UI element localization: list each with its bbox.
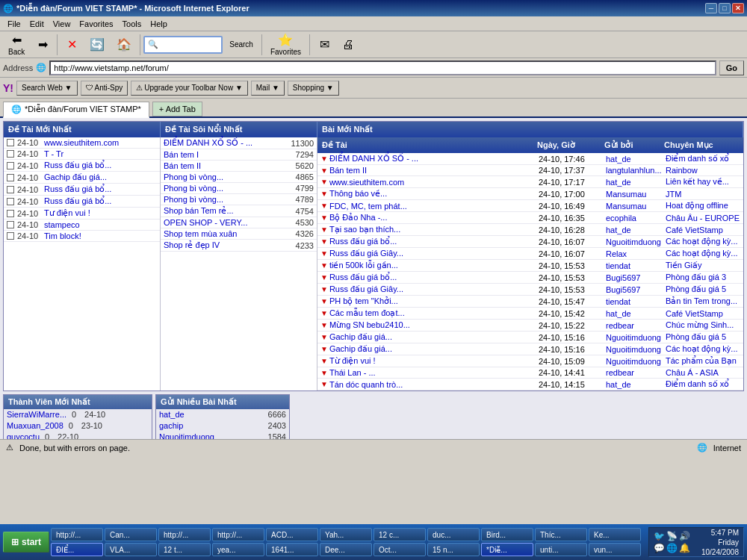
search-input[interactable] bbox=[158, 40, 218, 49]
systray-icon-6[interactable]: 🔔 bbox=[679, 543, 690, 553]
category-link[interactable]: Phòng đấu giá 5 bbox=[666, 332, 740, 342]
category-link[interactable]: Các hoạt động kỳ... bbox=[666, 237, 740, 246]
sender-link[interactable]: gachip bbox=[159, 421, 183, 430]
mail-button[interactable]: ✉ bbox=[313, 35, 335, 54]
row-link[interactable]: Gachip đấu giá... bbox=[44, 172, 107, 182]
user-link[interactable]: hat_de bbox=[606, 225, 666, 234]
row-link[interactable]: Russ đấu giá bổ... bbox=[44, 184, 111, 194]
member-link[interactable]: Muaxuan_2008 bbox=[7, 421, 63, 430]
user-link[interactable]: Mansumau bbox=[606, 190, 666, 199]
checkbox[interactable] bbox=[7, 150, 14, 158]
category-link[interactable]: Tác phẩm của Bạn bbox=[666, 356, 740, 366]
refresh-button[interactable]: 🔄 bbox=[84, 35, 110, 54]
topic-link[interactable]: Russ đấu giá bổ... bbox=[329, 273, 397, 282]
checkbox[interactable] bbox=[7, 162, 14, 169]
mail-btn[interactable]: Mail ▼ bbox=[251, 81, 285, 96]
user-link[interactable]: redbear bbox=[606, 368, 666, 377]
systray-icon-4[interactable]: 💬 bbox=[654, 543, 665, 553]
user-link[interactable]: Nguoitimduong bbox=[606, 345, 666, 354]
category-link[interactable]: Tiền Giấy bbox=[666, 261, 740, 270]
topic-link[interactable]: Thái Lan - ... bbox=[329, 368, 376, 377]
category-link[interactable]: Bản tin Tem trong... bbox=[666, 296, 740, 306]
category-link[interactable]: Các hoạt động kỳ... bbox=[666, 249, 740, 258]
topic-link[interactable]: Tại sao bạn thích... bbox=[329, 225, 400, 234]
row-link[interactable]: Shop tem mùa xuân bbox=[164, 229, 237, 238]
topic-link[interactable]: Russ đấu giá bổ... bbox=[329, 237, 397, 246]
topic-link[interactable]: Từ điện vui ! bbox=[329, 356, 376, 366]
taskbar-item[interactable]: 15 n... bbox=[427, 543, 480, 556]
taskbar-item[interactable]: Ke... bbox=[589, 528, 641, 541]
user-link[interactable]: hat_de bbox=[606, 178, 666, 187]
member-link[interactable]: SierraWiMarre... bbox=[7, 410, 66, 419]
active-tab[interactable]: 🌐 *Diễn đàn/Forum VIET STAMP* bbox=[3, 102, 149, 118]
checkbox[interactable] bbox=[7, 198, 14, 205]
checkbox[interactable] bbox=[7, 232, 14, 240]
category-link[interactable]: JTM bbox=[666, 190, 740, 199]
checkbox[interactable] bbox=[7, 221, 14, 228]
close-button[interactable]: ✕ bbox=[732, 3, 744, 13]
yahoo-search-btn[interactable]: Search Web ▼ bbox=[16, 81, 78, 96]
user-link[interactable]: tiendat bbox=[606, 297, 666, 306]
systray-icon-3[interactable]: 🔊 bbox=[679, 531, 690, 541]
back-button[interactable]: ⬅ Back bbox=[3, 31, 30, 58]
category-link[interactable]: Rainbow bbox=[666, 166, 740, 175]
systray-icon-2[interactable]: 📡 bbox=[666, 531, 678, 541]
taskbar-item[interactable]: Thíc... bbox=[535, 528, 587, 541]
row-link[interactable]: Russ đấu giá bổ... bbox=[44, 161, 111, 170]
taskbar-item[interactable]: Oct... bbox=[374, 543, 426, 556]
taskbar-item[interactable]: Yah... bbox=[320, 528, 372, 541]
topic-link[interactable]: Bán tem II bbox=[329, 166, 367, 175]
taskbar-item[interactable]: ACD... bbox=[266, 528, 318, 541]
start-button[interactable]: ⊞ start bbox=[3, 532, 49, 553]
row-link[interactable]: www.sieuthitem.com bbox=[44, 138, 119, 147]
topic-link[interactable]: Tán dóc quanh trò... bbox=[329, 380, 403, 389]
taskbar-item[interactable]: vun... bbox=[589, 543, 641, 556]
upgrade-btn[interactable]: ⚠ Upgrade your Toolbar Now ▼ bbox=[131, 81, 247, 96]
print-button[interactable]: 🖨 bbox=[337, 36, 359, 54]
row-link[interactable]: Phong bì vòng... bbox=[164, 195, 223, 204]
taskbar-item[interactable]: http://... bbox=[212, 528, 264, 541]
row-link[interactable]: Phong bì vòng... bbox=[164, 184, 223, 193]
checkbox[interactable] bbox=[7, 210, 14, 217]
user-link[interactable]: hat_de bbox=[606, 309, 666, 318]
topic-link[interactable]: tiền 500k lỗi gần... bbox=[329, 261, 398, 270]
category-link[interactable]: Phòng đấu giá 5 bbox=[666, 284, 740, 294]
row-link[interactable]: Russ đấu giá bổ... bbox=[44, 196, 111, 206]
topic-link[interactable]: www.sieuthitem.com bbox=[329, 178, 404, 187]
taskbar-item[interactable]: 12 c... bbox=[374, 528, 426, 541]
topic-link[interactable]: Gachip đấu giá... bbox=[329, 332, 392, 342]
topic-link[interactable]: FDC, MC, tem phát... bbox=[329, 202, 407, 211]
row-link[interactable]: Shop rẻ đẹp IV bbox=[164, 240, 220, 250]
category-link[interactable]: Café VietStamp bbox=[666, 309, 740, 318]
minimize-button[interactable]: ─ bbox=[705, 3, 717, 13]
menu-view[interactable]: View bbox=[49, 18, 75, 30]
topic-link[interactable]: PH bộ tem "Khởi... bbox=[329, 296, 398, 306]
category-link[interactable]: Phòng đấu giá 3 bbox=[666, 273, 740, 282]
topic-link[interactable]: Bộ Đảo Nha -... bbox=[329, 213, 388, 223]
favorites-button[interactable]: ⭐ Favorites bbox=[265, 31, 306, 58]
row-link[interactable]: OPEN SHOP - VERY... bbox=[164, 218, 248, 227]
search-button[interactable]: Search bbox=[224, 38, 258, 51]
user-link[interactable]: Mansumau bbox=[606, 202, 666, 211]
taskbar-item[interactable]: ĐIỂ... bbox=[51, 543, 103, 556]
category-link[interactable]: Liên kết hay về... bbox=[666, 177, 740, 187]
taskbar-item[interactable]: 12 t... bbox=[158, 543, 211, 556]
user-link[interactable]: Nguoitimduong bbox=[606, 357, 666, 366]
row-link[interactable]: Tư điện vui ! bbox=[44, 208, 90, 218]
go-button[interactable]: Go bbox=[719, 60, 744, 75]
member-link[interactable]: guycoctu bbox=[7, 432, 40, 439]
user-link[interactable]: tiendat bbox=[606, 261, 666, 270]
category-link[interactable]: Chúc mừng Sinh... bbox=[666, 320, 740, 330]
taskbar-item[interactable]: VLA... bbox=[105, 543, 157, 556]
taskbar-item[interactable]: unti... bbox=[535, 543, 587, 556]
sender-link[interactable]: hat_de bbox=[159, 410, 185, 419]
taskbar-item[interactable]: Can... bbox=[105, 528, 157, 541]
user-link[interactable]: langtulanhlun... bbox=[606, 166, 666, 175]
user-link[interactable]: Relax bbox=[606, 249, 666, 258]
checkbox[interactable] bbox=[7, 139, 14, 146]
taskbar-item[interactable]: duc... bbox=[427, 528, 480, 541]
taskbar-item[interactable]: http://... bbox=[158, 528, 211, 541]
menu-file[interactable]: File bbox=[3, 18, 25, 30]
topic-link[interactable]: Russ đấu giá Giây... bbox=[329, 284, 403, 294]
row-link[interactable]: Bán tem II bbox=[164, 161, 201, 170]
